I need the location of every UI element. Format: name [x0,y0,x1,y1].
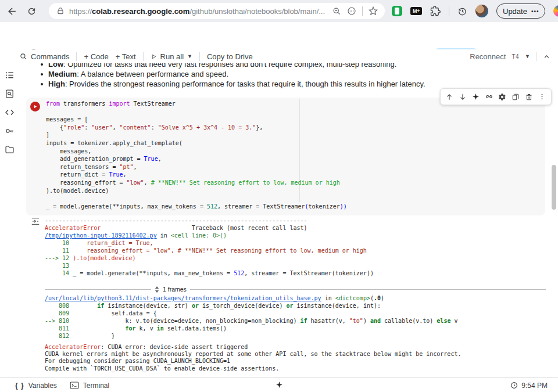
search-icon [20,53,27,60]
cell-settings-gear-icon[interactable] [498,92,507,102]
play-outline-icon [151,53,157,60]
left-sidebar [0,63,20,377]
site-info-lock-icon[interactable] [56,7,65,15]
delete-cell-trash-icon[interactable] [524,92,534,102]
output-marker-icon[interactable] [31,217,40,225]
more-tools-icon[interactable] [347,6,356,16]
braces-icon: { } [15,382,24,390]
divider [362,6,363,16]
browser-menu-dots-icon[interactable]: ••• [531,8,539,15]
gemini-spark-footer-icon[interactable] [276,381,283,389]
vertical-scrollbar[interactable] [552,165,556,210]
zoom-out-icon[interactable] [332,7,341,16]
move-cell-down-icon[interactable] [458,92,467,102]
play-icon [33,104,38,109]
divider [536,52,536,61]
extensions-puzzle-icon[interactable] [430,6,441,16]
copy-link-to-cell-icon[interactable] [485,92,494,102]
update-button[interactable]: Update••• [496,3,545,19]
table-of-contents-icon[interactable] [5,70,15,80]
history-icon[interactable] [457,6,467,16]
browser-profile-avatar[interactable] [475,5,488,17]
divider [45,289,151,290]
favorite-star-icon[interactable] [369,6,378,16]
commands-button[interactable]: Commands [13,52,76,61]
add-text-button[interactable]: + Text [116,52,143,61]
bullet-low: Low: Optimized for tasks that need very … [19,63,425,69]
markdown-bullet-list: Low: Optimized for tasks that need very … [19,63,425,89]
find-replace-icon[interactable] [5,89,15,99]
copilot-icon[interactable] [553,5,558,17]
more-cell-actions-icon[interactable] [538,92,547,102]
cell-toolbar [440,88,552,105]
browser-toolbar: https://colab.research.google.com/github… [0,0,558,23]
terminal-icon [70,382,79,389]
back-button[interactable] [5,4,19,18]
markdown-extension-icon[interactable]: M+ [410,7,422,15]
divider [190,289,546,290]
expand-frames-icon [155,286,159,293]
bullet-medium: Medium: A balance between performance an… [19,69,425,79]
error-message: AcceleratorError: CUDA error: device-sid… [45,344,461,372]
refresh-button[interactable] [24,4,38,18]
frames-expander[interactable]: 1 frames [45,285,546,293]
run-all-button[interactable]: Run all ▼ [144,52,199,61]
code-editor[interactable]: from transformers import TextStreamer me… [46,100,347,210]
clock-icon [510,382,518,389]
notebook-toolbar: Commands + Code + Text Run all ▼ Copy to… [0,49,558,64]
green-extension-icon[interactable] [392,6,402,16]
url-text: https://colab.research.google.com/github… [69,7,325,16]
reconnect-caret-icon[interactable]: ▼ [525,53,530,59]
files-folder-icon[interactable] [5,145,15,154]
divider [449,6,449,16]
traceback-block-2: /usr/local/lib/python3.11/dist-packages/… [45,294,457,340]
variables-button[interactable]: { } Variables [15,382,57,390]
footer-bar: { } Variables Terminal 9:54 PM [0,377,558,392]
gemini-cell-icon[interactable] [471,92,481,102]
execution-time: 9:54 PM [510,378,548,392]
copy-to-drive-button[interactable]: Copy to Drive [200,52,260,61]
back-arrow-icon [6,6,17,17]
code-cell[interactable]: from transformers import TextStreamer me… [26,98,545,215]
address-bar[interactable]: https://colab.research.google.com/github… [49,3,385,19]
reconnect-button[interactable]: Reconnect [470,52,506,61]
refresh-icon [27,6,37,16]
run-all-caret-icon[interactable]: ▼ [187,53,192,59]
bullet-high: High: Provides the strongest reasoning p… [19,79,425,89]
move-cell-up-icon[interactable] [445,92,454,102]
notebook-content: Low: Optimized for tasks that need very … [19,63,558,377]
terminal-button[interactable]: Terminal [70,382,109,390]
run-cell-button[interactable] [30,102,40,112]
mirror-cell-icon[interactable] [511,92,520,102]
runtime-type-badge: T4 [512,53,519,60]
code-snippets-icon[interactable] [5,107,15,117]
secrets-key-icon[interactable] [5,126,15,136]
add-code-button[interactable]: + Code [77,52,115,61]
collapse-header-chevron-icon[interactable] [542,52,551,61]
traceback-block-1: ----------------------------------------… [45,217,374,277]
colab-header: gpt-oss-(20B)-Fine-tuning.ipynb Save in … [0,22,558,49]
